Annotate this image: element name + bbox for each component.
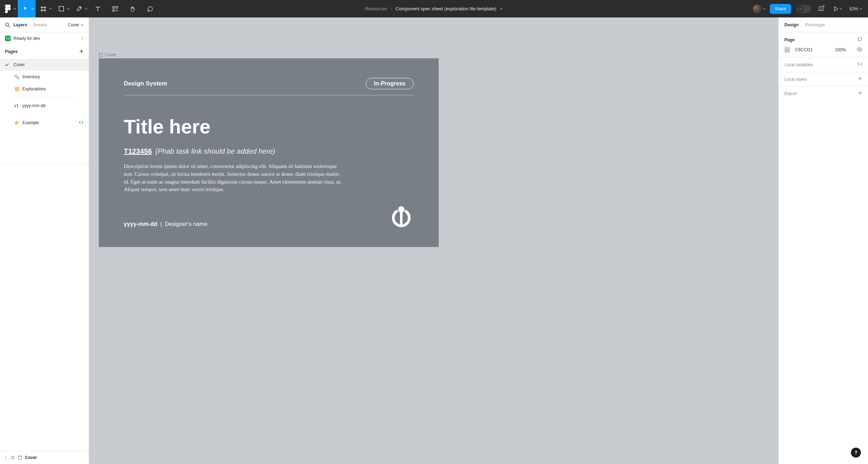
svg-point-9 xyxy=(859,49,860,50)
add-export-button[interactable] xyxy=(858,91,862,96)
frame-label-wrap: Cover xyxy=(99,52,116,57)
user-avatar-menu[interactable] xyxy=(753,5,766,13)
text-tool-button[interactable] xyxy=(89,0,106,17)
chevron-down-icon[interactable] xyxy=(500,8,503,10)
pages-header-label: Pages xyxy=(5,49,17,54)
code-icon xyxy=(798,7,802,11)
plus-icon xyxy=(858,91,862,95)
cover-date: yyyy-mm-dd xyxy=(124,221,157,227)
magnifier-emoji-icon: 🔍 xyxy=(14,74,20,79)
page-item-example[interactable]: 👉 Example xyxy=(0,117,89,129)
notification-dot xyxy=(822,5,825,7)
search-icon[interactable] xyxy=(5,22,10,27)
share-button[interactable]: Share xyxy=(770,4,791,14)
move-tool-button[interactable] xyxy=(18,0,36,17)
svg-rect-7 xyxy=(99,53,102,56)
local-styles-section[interactable]: Local styles xyxy=(779,72,868,86)
page-item-inventory[interactable]: 🔍 Inventory xyxy=(0,71,89,83)
chevron-down-icon xyxy=(85,8,88,10)
page-divider xyxy=(14,97,74,97)
right-panel-tabs: Design Prototype xyxy=(779,17,868,32)
chevron-down-icon xyxy=(859,8,862,10)
local-variables-section[interactable]: Local variables xyxy=(779,57,868,72)
section-icon xyxy=(18,455,22,460)
page-spacer xyxy=(0,112,89,117)
local-variables-label: Local variables xyxy=(784,62,813,67)
svg-rect-6 xyxy=(18,456,22,459)
export-section[interactable]: Export xyxy=(779,86,868,100)
zoom-control[interactable]: 63% xyxy=(850,6,862,11)
task-id-link[interactable]: T123456 xyxy=(124,147,152,155)
page-item-cover[interactable]: Cover xyxy=(0,59,89,71)
color-hex[interactable]: C8CCD1 xyxy=(795,47,813,52)
color-opacity[interactable]: 100% xyxy=(835,47,846,52)
pointing-emoji-icon: 👉 xyxy=(14,120,20,125)
task-note: (Phab task link should be added here) xyxy=(155,147,275,155)
hand-tool-button[interactable] xyxy=(124,0,141,17)
chevron-down-icon xyxy=(14,8,16,10)
chevron-down-icon xyxy=(49,8,52,10)
chevron-down-icon xyxy=(67,8,70,10)
page-section-action[interactable] xyxy=(857,37,862,43)
tab-assets[interactable]: Assets xyxy=(33,22,47,27)
ready-for-dev-row[interactable]: Ready for dev 1 xyxy=(0,32,89,44)
svg-rect-2 xyxy=(113,6,115,8)
status-badge: In-Progress xyxy=(366,78,414,89)
page-selector[interactable]: Cover xyxy=(68,22,84,27)
hand-icon xyxy=(129,6,136,12)
page-selector-label: Cover xyxy=(68,22,79,27)
svg-rect-3 xyxy=(116,6,118,8)
project-name[interactable]: Resources xyxy=(365,6,387,11)
color-swatch[interactable] xyxy=(784,47,790,53)
add-page-button[interactable] xyxy=(79,49,84,54)
comment-icon xyxy=(147,6,153,12)
pages-section: Pages Cover 🔍 Inventory 💥 Explorations xyxy=(0,44,89,165)
caret-right-icon xyxy=(5,455,8,460)
document-title[interactable]: Resources / Component spec sheet (explor… xyxy=(365,6,503,11)
variables-settings-button[interactable] xyxy=(857,62,862,68)
play-icon xyxy=(834,6,838,11)
top-toolbar: Resources / Component spec sheet (explor… xyxy=(0,0,868,17)
eye-icon xyxy=(857,47,862,52)
libraries-button[interactable] xyxy=(815,0,827,17)
page-item-v1[interactable]: v1 · yyyy-mm-dd xyxy=(0,100,89,112)
left-panel-header: Layers Assets Cover xyxy=(0,17,89,32)
page-name: Inventory xyxy=(22,74,40,79)
figma-logo-icon xyxy=(5,5,11,13)
shape-tool-button[interactable] xyxy=(53,0,71,17)
dev-ready-badge-icon xyxy=(5,36,11,41)
main-menu-button[interactable] xyxy=(0,0,18,17)
plus-icon xyxy=(79,49,84,53)
resources-button[interactable] xyxy=(106,0,124,17)
layers-list: Cover xyxy=(0,451,89,464)
zoom-value: 63% xyxy=(850,6,858,11)
toolbar-right: Share 63% xyxy=(753,0,868,17)
comment-tool-button[interactable] xyxy=(141,0,159,17)
add-style-button[interactable] xyxy=(858,77,862,82)
page-background-row[interactable]: C8CCD1 100% xyxy=(784,47,862,53)
main-area: Layers Assets Cover Ready for dev 1 Page… xyxy=(0,17,868,464)
page-item-explorations[interactable]: 💥 Explorations xyxy=(0,83,89,95)
file-name[interactable]: Component spec sheet (exploration file t… xyxy=(396,6,496,11)
visibility-toggle[interactable] xyxy=(857,47,862,53)
help-button[interactable]: ? xyxy=(851,448,861,458)
chevron-down-icon xyxy=(840,8,842,10)
canvas[interactable]: Cover Design System In-Progress Title he… xyxy=(89,17,778,464)
breadcrumb-separator: / xyxy=(391,6,392,11)
present-button[interactable] xyxy=(831,0,845,17)
svg-rect-4 xyxy=(113,10,115,11)
text-icon xyxy=(95,6,101,12)
svg-point-0 xyxy=(8,7,11,10)
pen-tool-button[interactable] xyxy=(71,0,89,17)
rectangle-icon xyxy=(59,6,64,11)
cover-description: Description lorem ipsum dolor sit amet, … xyxy=(124,163,344,194)
cover-frame[interactable]: Design System In-Progress Title here T12… xyxy=(99,58,439,247)
section-icon xyxy=(99,53,103,57)
dev-mode-toggle[interactable] xyxy=(795,5,811,13)
layer-row-cover[interactable]: Cover xyxy=(0,451,89,464)
tab-design[interactable]: Design xyxy=(784,22,799,27)
frame-tool-button[interactable] xyxy=(36,0,53,17)
frame-label[interactable]: Cover xyxy=(99,52,116,57)
tab-prototype[interactable]: Prototype xyxy=(805,22,825,27)
tab-layers[interactable]: Layers xyxy=(14,22,27,27)
